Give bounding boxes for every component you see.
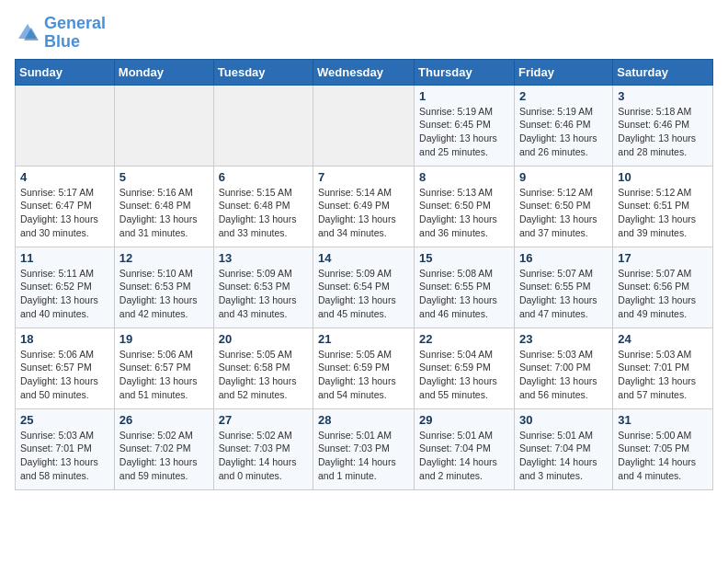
logo: General Blue [15, 15, 106, 52]
day-info: Sunrise: 5:15 AM Sunset: 6:48 PM Dayligh… [219, 186, 308, 240]
day-number: 21 [318, 332, 409, 346]
day-number: 6 [219, 170, 308, 184]
calendar-cell [213, 85, 313, 166]
calendar-cell: 18Sunrise: 5:06 AM Sunset: 6:57 PM Dayli… [16, 327, 115, 408]
day-number: 2 [519, 89, 608, 103]
day-info: Sunrise: 5:09 AM Sunset: 6:54 PM Dayligh… [318, 267, 409, 321]
day-number: 29 [419, 413, 509, 427]
day-number: 19 [119, 332, 209, 346]
day-number: 16 [519, 251, 608, 265]
day-info: Sunrise: 5:09 AM Sunset: 6:53 PM Dayligh… [219, 267, 308, 321]
day-number: 3 [618, 89, 708, 103]
logo-text: General Blue [44, 15, 106, 52]
day-number: 12 [119, 251, 209, 265]
day-info: Sunrise: 5:19 AM Sunset: 6:46 PM Dayligh… [519, 105, 608, 159]
day-number: 14 [318, 251, 409, 265]
day-number: 13 [219, 251, 308, 265]
day-number: 28 [318, 413, 409, 427]
day-number: 10 [618, 170, 708, 184]
weekday-header-monday: Monday [114, 59, 213, 85]
day-number: 17 [618, 251, 708, 265]
day-number: 22 [419, 332, 509, 346]
calendar-cell: 1Sunrise: 5:19 AM Sunset: 6:45 PM Daylig… [415, 85, 515, 166]
day-number: 23 [519, 332, 608, 346]
day-info: Sunrise: 5:16 AM Sunset: 6:48 PM Dayligh… [119, 186, 209, 240]
calendar-cell: 10Sunrise: 5:12 AM Sunset: 6:51 PM Dayli… [613, 166, 713, 247]
calendar-cell: 25Sunrise: 5:03 AM Sunset: 7:01 PM Dayli… [16, 408, 115, 489]
weekday-header-thursday: Thursday [415, 59, 515, 85]
calendar-cell: 31Sunrise: 5:00 AM Sunset: 7:05 PM Dayli… [613, 408, 713, 489]
day-info: Sunrise: 5:17 AM Sunset: 6:47 PM Dayligh… [20, 186, 109, 240]
day-number: 9 [519, 170, 608, 184]
calendar-cell: 13Sunrise: 5:09 AM Sunset: 6:53 PM Dayli… [213, 247, 313, 327]
day-number: 8 [419, 170, 509, 184]
day-info: Sunrise: 5:01 AM Sunset: 7:04 PM Dayligh… [419, 429, 509, 483]
day-number: 5 [119, 170, 209, 184]
day-info: Sunrise: 5:01 AM Sunset: 7:04 PM Dayligh… [519, 429, 608, 483]
day-info: Sunrise: 5:04 AM Sunset: 6:59 PM Dayligh… [419, 348, 509, 402]
calendar-cell: 14Sunrise: 5:09 AM Sunset: 6:54 PM Dayli… [313, 247, 415, 327]
calendar-cell: 6Sunrise: 5:15 AM Sunset: 6:48 PM Daylig… [213, 166, 313, 247]
day-info: Sunrise: 5:00 AM Sunset: 7:05 PM Dayligh… [618, 429, 708, 483]
day-number: 30 [519, 413, 608, 427]
day-number: 1 [419, 89, 509, 103]
calendar-cell: 22Sunrise: 5:04 AM Sunset: 6:59 PM Dayli… [415, 327, 515, 408]
day-info: Sunrise: 5:14 AM Sunset: 6:49 PM Dayligh… [318, 186, 409, 240]
day-info: Sunrise: 5:10 AM Sunset: 6:53 PM Dayligh… [119, 267, 209, 321]
calendar-cell: 29Sunrise: 5:01 AM Sunset: 7:04 PM Dayli… [415, 408, 515, 489]
calendar-cell [114, 85, 213, 166]
weekday-header-saturday: Saturday [613, 59, 713, 85]
day-info: Sunrise: 5:06 AM Sunset: 6:57 PM Dayligh… [119, 348, 209, 402]
day-info: Sunrise: 5:19 AM Sunset: 6:45 PM Dayligh… [419, 105, 509, 159]
day-number: 15 [419, 251, 509, 265]
calendar-cell: 27Sunrise: 5:02 AM Sunset: 7:03 PM Dayli… [213, 408, 313, 489]
day-info: Sunrise: 5:11 AM Sunset: 6:52 PM Dayligh… [20, 267, 109, 321]
day-info: Sunrise: 5:01 AM Sunset: 7:03 PM Dayligh… [318, 429, 409, 483]
logo-icon [15, 20, 40, 46]
calendar-cell: 15Sunrise: 5:08 AM Sunset: 6:55 PM Dayli… [415, 247, 515, 327]
calendar-cell: 4Sunrise: 5:17 AM Sunset: 6:47 PM Daylig… [16, 166, 115, 247]
day-number: 25 [20, 413, 109, 427]
calendar-cell: 16Sunrise: 5:07 AM Sunset: 6:55 PM Dayli… [514, 247, 612, 327]
calendar-cell: 3Sunrise: 5:18 AM Sunset: 6:46 PM Daylig… [613, 85, 713, 166]
day-info: Sunrise: 5:03 AM Sunset: 7:00 PM Dayligh… [519, 348, 608, 402]
calendar-cell: 19Sunrise: 5:06 AM Sunset: 6:57 PM Dayli… [114, 327, 213, 408]
day-info: Sunrise: 5:08 AM Sunset: 6:55 PM Dayligh… [419, 267, 509, 321]
day-info: Sunrise: 5:05 AM Sunset: 6:59 PM Dayligh… [318, 348, 409, 402]
day-info: Sunrise: 5:03 AM Sunset: 7:01 PM Dayligh… [618, 348, 708, 402]
weekday-header-sunday: Sunday [16, 59, 115, 85]
day-number: 20 [219, 332, 308, 346]
day-number: 24 [618, 332, 708, 346]
day-number: 26 [119, 413, 209, 427]
calendar-cell: 26Sunrise: 5:02 AM Sunset: 7:02 PM Dayli… [114, 408, 213, 489]
day-info: Sunrise: 5:05 AM Sunset: 6:58 PM Dayligh… [219, 348, 308, 402]
day-number: 4 [20, 170, 109, 184]
calendar-cell: 8Sunrise: 5:13 AM Sunset: 6:50 PM Daylig… [415, 166, 515, 247]
day-info: Sunrise: 5:07 AM Sunset: 6:55 PM Dayligh… [519, 267, 608, 321]
day-info: Sunrise: 5:02 AM Sunset: 7:02 PM Dayligh… [119, 429, 209, 483]
calendar-cell: 23Sunrise: 5:03 AM Sunset: 7:00 PM Dayli… [514, 327, 612, 408]
page-header: General Blue [15, 15, 713, 52]
day-number: 18 [20, 332, 109, 346]
calendar-cell: 11Sunrise: 5:11 AM Sunset: 6:52 PM Dayli… [16, 247, 115, 327]
calendar-cell: 2Sunrise: 5:19 AM Sunset: 6:46 PM Daylig… [514, 85, 612, 166]
day-info: Sunrise: 5:07 AM Sunset: 6:56 PM Dayligh… [618, 267, 708, 321]
day-number: 27 [219, 413, 308, 427]
calendar-cell: 28Sunrise: 5:01 AM Sunset: 7:03 PM Dayli… [313, 408, 415, 489]
day-number: 7 [318, 170, 409, 184]
calendar-cell: 24Sunrise: 5:03 AM Sunset: 7:01 PM Dayli… [613, 327, 713, 408]
calendar-cell: 12Sunrise: 5:10 AM Sunset: 6:53 PM Dayli… [114, 247, 213, 327]
day-info: Sunrise: 5:06 AM Sunset: 6:57 PM Dayligh… [20, 348, 109, 402]
calendar-cell: 20Sunrise: 5:05 AM Sunset: 6:58 PM Dayli… [213, 327, 313, 408]
day-info: Sunrise: 5:02 AM Sunset: 7:03 PM Dayligh… [219, 429, 308, 483]
day-number: 31 [618, 413, 708, 427]
weekday-header-friday: Friday [514, 59, 612, 85]
calendar-cell: 5Sunrise: 5:16 AM Sunset: 6:48 PM Daylig… [114, 166, 213, 247]
day-info: Sunrise: 5:13 AM Sunset: 6:50 PM Dayligh… [419, 186, 509, 240]
calendar-cell: 7Sunrise: 5:14 AM Sunset: 6:49 PM Daylig… [313, 166, 415, 247]
day-info: Sunrise: 5:03 AM Sunset: 7:01 PM Dayligh… [20, 429, 109, 483]
calendar-table: SundayMondayTuesdayWednesdayThursdayFrid… [15, 59, 713, 490]
day-number: 11 [20, 251, 109, 265]
calendar-cell [16, 85, 115, 166]
day-info: Sunrise: 5:18 AM Sunset: 6:46 PM Dayligh… [618, 105, 708, 159]
